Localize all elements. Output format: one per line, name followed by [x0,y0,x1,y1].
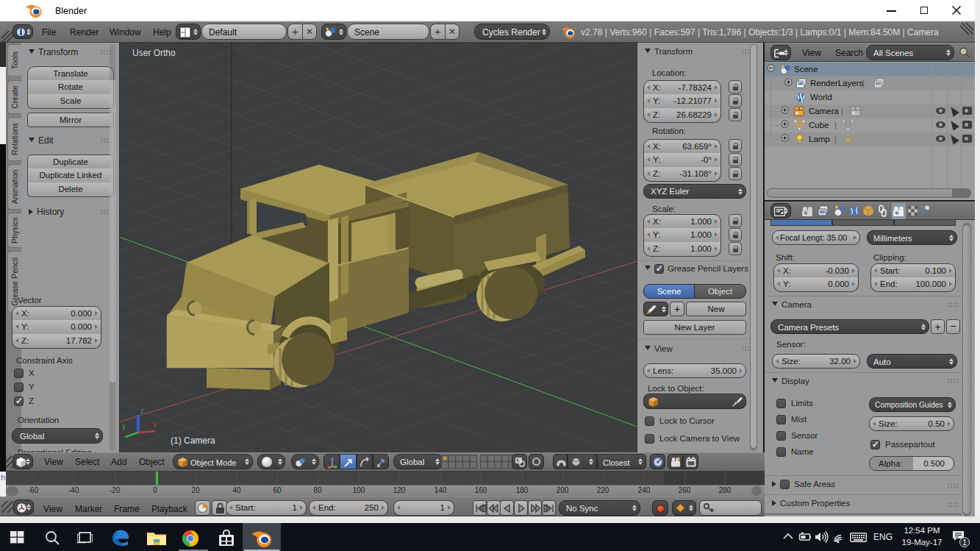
svg-text:z: z [140,407,144,415]
svg-text:y: y [122,422,126,430]
svg-text:x: x [153,421,157,429]
svg-text:User Ortho: User Ortho [132,48,176,58]
svg-text:(1) Camera: (1) Camera [171,436,215,446]
